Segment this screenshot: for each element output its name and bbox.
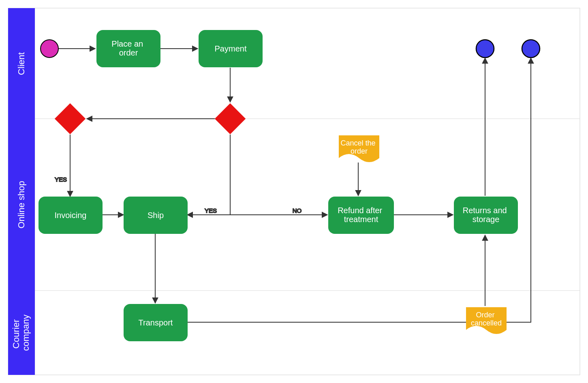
task-invoicing[interactable]: Invoicing (38, 197, 103, 234)
svg-text:Ship: Ship (148, 211, 164, 220)
end-event-1[interactable] (476, 40, 494, 58)
task-ship[interactable]: Ship (124, 197, 188, 234)
svg-text:Invoicing: Invoicing (55, 211, 87, 220)
end-event-2[interactable] (522, 40, 540, 58)
svg-text:Transport: Transport (139, 318, 173, 327)
svg-text:Payment: Payment (215, 44, 247, 53)
svg-text:Courier
        company: Courier company (11, 315, 31, 351)
task-transport[interactable]: Transport (124, 304, 188, 341)
task-payment[interactable]: Payment (199, 30, 263, 67)
start-event[interactable] (41, 40, 58, 58)
edge-label-yes1: YES (55, 176, 67, 183)
lane-label-shop: Online shop (16, 181, 26, 228)
svg-text:Refund after
      treatment: Refund after treatment (338, 206, 385, 224)
swimlane-diagram: Client Online shop Courier company Couri… (0, 0, 588, 383)
diagram-canvas: Client Online shop Courier company Couri… (0, 0, 588, 383)
edge-label-yes2: YES (205, 207, 217, 214)
lane-label-client: Client (16, 52, 26, 75)
edge-label-no: NO (293, 207, 302, 214)
